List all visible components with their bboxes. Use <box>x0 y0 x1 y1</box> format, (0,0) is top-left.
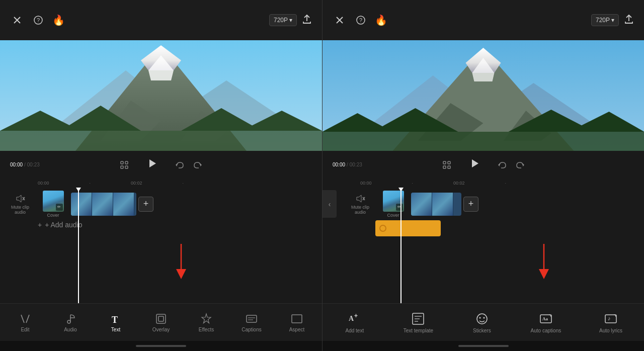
tool-auto-captions[interactable]: Aa Auto captions <box>529 310 564 335</box>
right-ruler-1: · <box>412 181 414 186</box>
right-volume-icon <box>355 194 365 204</box>
left-home-indicator <box>0 341 322 351</box>
overlay-icon <box>155 313 167 325</box>
right-panel: ? 🔥 720P ▾ <box>322 0 644 351</box>
ruler-mark-1: · <box>90 181 91 186</box>
tool-effects[interactable]: Effects <box>194 311 219 334</box>
right-bottom-toolbar: A + Add text Text template Stickers <box>323 303 644 341</box>
right-export-button[interactable] <box>624 14 634 27</box>
ruler-mark-3: · <box>183 181 184 186</box>
home-bar-left <box>136 345 186 347</box>
effects-icon <box>200 313 212 325</box>
tool-add-text-label: Add text <box>346 328 364 333</box>
right-controls-bar: 00:00 / 00:23 <box>323 151 644 179</box>
svg-text:?: ? <box>359 17 362 23</box>
right-video-clip-1[interactable] <box>411 193 461 216</box>
quality-dropdown-icon: ▾ <box>289 17 292 24</box>
svg-rect-59 <box>448 161 450 164</box>
svg-rect-12 <box>0 131 322 151</box>
tool-captions[interactable]: Captions <box>239 311 264 334</box>
right-quality-button[interactable]: 720P ▾ <box>591 14 619 26</box>
tool-overlay[interactable]: Overlay <box>148 311 174 334</box>
tool-audio[interactable]: Audio <box>58 311 83 334</box>
help-button[interactable]: ? <box>31 13 45 27</box>
tool-text-template[interactable]: Text template <box>401 310 435 335</box>
svg-text:A: A <box>349 315 354 322</box>
svg-marker-62 <box>472 159 478 167</box>
back-button[interactable]: ‹ <box>323 190 337 218</box>
cover-label: Cover <box>47 213 59 218</box>
mute-audio-track[interactable]: Mute clip audio <box>5 194 35 215</box>
right-ruler-0: 00:00 <box>360 181 372 186</box>
audio-icon <box>64 313 76 325</box>
add-audio-label: + Add audio <box>45 221 82 229</box>
add-text-icon: A + <box>348 312 362 326</box>
playhead-indicator <box>76 188 81 192</box>
tool-add-text[interactable]: A + Add text <box>342 310 367 335</box>
svg-rect-61 <box>448 166 450 168</box>
cover-track[interactable]: ✏ Cover <box>39 191 67 218</box>
svg-marker-65 <box>357 195 361 202</box>
tool-auto-lyrics-label: Auto lyrics <box>599 328 622 333</box>
tool-text[interactable]: T Text <box>103 311 128 334</box>
undo-redo-area <box>173 158 205 172</box>
close-button[interactable] <box>10 13 24 27</box>
fullscreen-button[interactable] <box>117 158 131 172</box>
quality-button[interactable]: 720P ▾ <box>269 14 297 26</box>
add-clip-button[interactable]: + <box>138 197 153 212</box>
right-ruler-3: · <box>505 181 507 186</box>
aspect-icon <box>291 313 303 325</box>
undo-button[interactable] <box>173 158 187 172</box>
text-clip-handle <box>379 225 386 232</box>
add-audio-plus: + <box>38 221 42 229</box>
play-button[interactable] <box>146 158 157 172</box>
right-add-clip-button[interactable]: + <box>463 197 478 212</box>
svg-point-78 <box>483 317 485 318</box>
right-time-sep: / <box>347 162 348 167</box>
right-help-button[interactable]: ? <box>354 13 368 27</box>
text-template-icon <box>411 312 425 326</box>
right-home-indicator <box>323 341 644 351</box>
right-fullscreen-button[interactable] <box>440 158 454 172</box>
time-separator: / <box>24 162 26 167</box>
svg-text:+: + <box>354 312 358 319</box>
flame-icon: 🔥 <box>52 14 65 26</box>
svg-marker-24 <box>17 195 21 202</box>
add-audio-row[interactable]: + + Add audio <box>0 218 322 232</box>
tool-captions-label: Captions <box>242 327 261 332</box>
text-clip[interactable] <box>375 220 441 236</box>
right-tracks: ‹ Mute clip audio ✏ Cover <box>323 188 644 303</box>
tool-edit-label: Edit <box>21 327 29 332</box>
right-close-button[interactable] <box>333 13 347 27</box>
right-mute-audio-track[interactable]: Mute clip audio <box>345 194 375 215</box>
right-play-button[interactable] <box>469 158 480 172</box>
left-top-bar: ? 🔥 720P ▾ <box>0 0 322 40</box>
tool-auto-captions-label: Auto captions <box>531 328 561 333</box>
cover-thumbnail: ✏ <box>43 191 64 212</box>
right-video-preview <box>323 40 644 151</box>
svg-point-31 <box>67 320 70 323</box>
left-ruler-marks: 00:00 · 00:02 · <box>10 181 184 186</box>
right-cover-track[interactable]: ✏ Cover <box>379 191 407 218</box>
tool-auto-lyrics[interactable]: ♪ Auto lyrics <box>597 310 624 335</box>
left-timeline: 00:00 / 00:23 00:00 · 00:02 · <box>0 151 322 303</box>
tool-stickers-label: Stickers <box>473 328 491 333</box>
text-clip-row <box>323 218 644 239</box>
mute-audio-label: Mute clip audio <box>5 205 35 215</box>
tool-aspect[interactable]: Aspect <box>284 311 309 334</box>
right-redo-button[interactable] <box>513 158 527 172</box>
right-top-bar: ? 🔥 720P ▾ <box>323 0 644 40</box>
redo-button[interactable] <box>191 158 205 172</box>
right-undo-button[interactable] <box>495 158 509 172</box>
svg-rect-40 <box>292 315 302 323</box>
video-clip-1[interactable] <box>71 193 136 216</box>
svg-rect-37 <box>247 315 257 322</box>
right-time-ruler: 00:00 · 00:02 · <box>323 179 644 188</box>
export-button[interactable] <box>302 14 312 27</box>
tool-edit[interactable]: Edit <box>13 311 38 334</box>
captions-icon <box>246 313 258 325</box>
svg-rect-20 <box>125 166 128 168</box>
right-ruler-2: 00:02 <box>453 181 465 186</box>
tool-stickers[interactable]: Stickers <box>469 310 495 335</box>
right-timeline: 00:00 / 00:23 00:00 · 00:02 · ‹ <box>323 151 644 303</box>
